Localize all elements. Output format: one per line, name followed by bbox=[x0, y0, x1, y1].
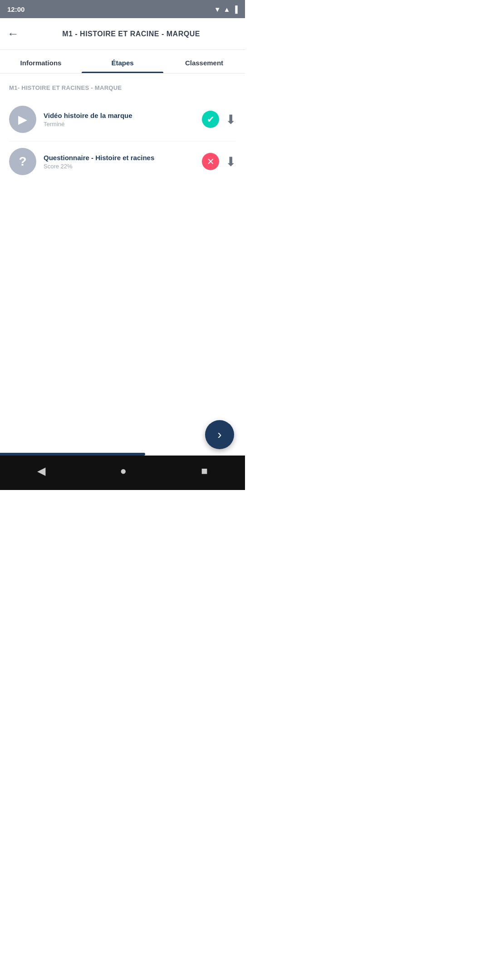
step-item-video[interactable]: ▶ Vidéo histoire de la marque Terminé ✔ … bbox=[9, 99, 236, 139]
toolbar-title: M1 - HISTOIRE ET RACINE - MARQUE bbox=[24, 30, 238, 38]
video-icon-circle: ▶ bbox=[9, 106, 36, 133]
step-actions-video: ✔ ⬇ bbox=[202, 111, 236, 128]
time-label: 12:00 bbox=[7, 5, 24, 13]
play-icon: ▶ bbox=[18, 113, 27, 127]
toolbar: ← M1 - HISTOIRE ET RACINE - MARQUE bbox=[0, 18, 245, 50]
step-subtitle-quiz: Score 22% bbox=[44, 163, 195, 170]
step-subtitle-video: Terminé bbox=[44, 121, 195, 127]
step-title-video: Vidéo histoire de la marque bbox=[44, 112, 195, 119]
step-actions-quiz: ✕ ⬇ bbox=[202, 153, 236, 170]
wifi-icon: ▼ bbox=[214, 5, 221, 13]
step-text-quiz: Questionnaire - Histoire et racines Scor… bbox=[44, 154, 195, 170]
tabs-bar: Informations Étapes Classement bbox=[0, 50, 245, 74]
signal-icon: ▲ bbox=[224, 5, 230, 13]
status-bar: 12:00 ▼ ▲ ▐ bbox=[0, 0, 245, 18]
section-title: M1- HISTOIRE ET RACINES - MARQUE bbox=[9, 84, 236, 91]
bottom-nav: ◀ ● ■ bbox=[0, 456, 245, 490]
battery-icon: ▐ bbox=[233, 5, 238, 13]
tab-classement[interactable]: Classement bbox=[163, 50, 245, 73]
step-text-video: Vidéo histoire de la marque Terminé bbox=[44, 112, 195, 127]
nav-recent-button[interactable]: ■ bbox=[201, 465, 208, 477]
check-icon: ✔ bbox=[202, 111, 219, 128]
step-title-quiz: Questionnaire - Histoire et racines bbox=[44, 154, 195, 162]
question-icon: ? bbox=[19, 154, 26, 169]
download-button-video[interactable]: ⬇ bbox=[225, 112, 236, 127]
content-area: M1- HISTOIRE ET RACINES - MARQUE ▶ Vidéo… bbox=[0, 74, 245, 192]
step-item-quiz[interactable]: ? Questionnaire - Histoire et racines Sc… bbox=[9, 141, 236, 181]
back-button[interactable]: ← bbox=[7, 27, 19, 41]
nav-back-button[interactable]: ◀ bbox=[37, 465, 45, 477]
tab-informations[interactable]: Informations bbox=[0, 50, 82, 73]
status-icons: ▼ ▲ ▐ bbox=[214, 5, 238, 13]
tab-etapes[interactable]: Étapes bbox=[82, 50, 163, 73]
nav-home-button[interactable]: ● bbox=[120, 465, 127, 477]
quiz-icon-circle: ? bbox=[9, 148, 36, 175]
fab-next-button[interactable]: › bbox=[205, 420, 234, 449]
fab-chevron-icon: › bbox=[217, 427, 221, 442]
cross-icon: ✕ bbox=[202, 153, 219, 170]
download-button-quiz[interactable]: ⬇ bbox=[225, 154, 236, 169]
